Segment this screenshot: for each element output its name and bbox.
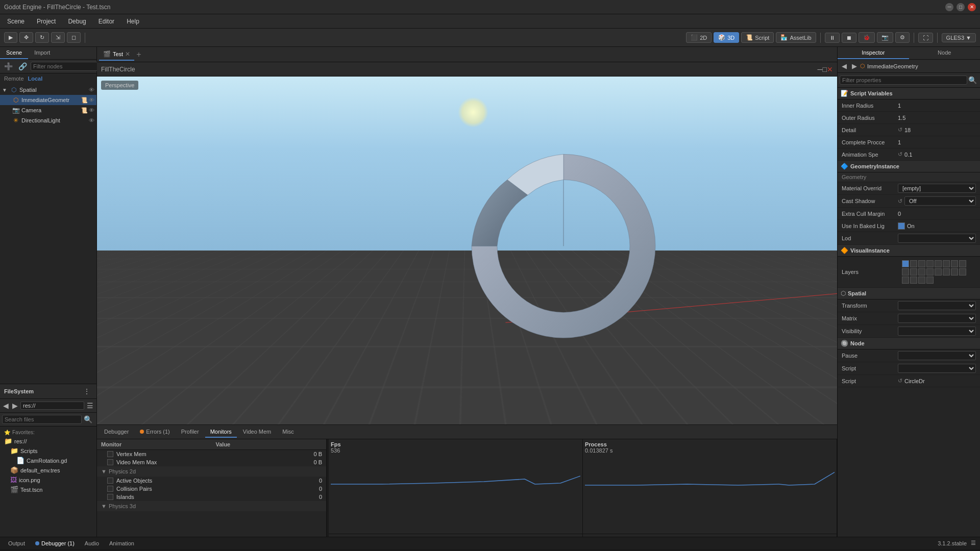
menu-project[interactable]: Project <box>34 17 59 26</box>
layer-cell-2[interactable] <box>910 260 917 267</box>
layer-cell-1[interactable] <box>902 260 909 267</box>
lod-dropdown[interactable] <box>898 234 976 243</box>
video-mem-max-checkbox[interactable] <box>107 459 113 465</box>
status-tab-animation[interactable]: Animation <box>105 539 138 547</box>
viewport-close-btn[interactable]: ✕ <box>827 65 833 73</box>
tree-item-directional-light[interactable]: ✳ DirectionalLight 👁 <box>0 115 96 126</box>
layer-cell-16[interactable] <box>959 268 966 276</box>
layer-cell-6[interactable] <box>943 260 950 267</box>
tree-item-spatial[interactable]: ▼ ⬡ Spatial 👁 <box>0 85 96 95</box>
script-variables-section-header[interactable]: 📝 Script Variables <box>838 88 980 99</box>
fs-search-button[interactable]: 🔍 <box>82 414 94 424</box>
layer-cell-14[interactable] <box>943 268 950 276</box>
layer-cell-12[interactable] <box>926 268 934 276</box>
inspector-forward-btn[interactable]: ▶ <box>850 61 859 71</box>
layer-cell-5[interactable] <box>935 260 942 267</box>
transform-dropdown[interactable] <box>898 301 976 310</box>
fs-item-camrotation[interactable]: 📄 CamRotation.gd <box>0 456 96 465</box>
link-button[interactable]: 🔗 <box>16 61 29 71</box>
filter-properties-input[interactable] <box>840 76 967 85</box>
play-button[interactable]: ⏸ <box>825 33 840 43</box>
eye-icon-geom[interactable]: 👁 <box>89 97 94 104</box>
layer-cell-7[interactable] <box>951 260 958 267</box>
add-node-button[interactable]: ➕ <box>2 61 15 71</box>
islands-checkbox[interactable] <box>107 494 113 500</box>
fs-layout-button[interactable]: ☰ <box>86 400 94 411</box>
vertex-mem-checkbox[interactable] <box>107 451 113 457</box>
menu-scene[interactable]: Scene <box>4 17 28 26</box>
mode-2d-button[interactable]: ⬛ 2D <box>686 32 712 43</box>
eye-icon-camera[interactable]: 👁 <box>89 107 94 114</box>
tree-item-immediate-geometry[interactable]: ⬡ ImmediateGeometr 📜 👁 <box>0 95 96 105</box>
active-objects-checkbox[interactable] <box>107 478 113 484</box>
script-link-icon[interactable]: 📜 <box>81 97 88 104</box>
tab-profiler[interactable]: Profiler <box>176 427 204 438</box>
fs-item-default-env[interactable]: 📦 default_env.tres <box>0 465 96 475</box>
status-tab-audio[interactable]: Audio <box>81 539 103 547</box>
minimize-button[interactable]: ─ <box>945 3 953 11</box>
select-tool-button[interactable]: ▶ <box>4 32 17 43</box>
physics-3d-section[interactable]: ▼ Physics 3d <box>97 501 326 511</box>
layer-cell-18[interactable] <box>910 277 917 284</box>
pause-dropdown[interactable] <box>898 351 976 360</box>
tab-node[interactable]: Node <box>909 47 981 59</box>
stop-button[interactable]: ⏹ <box>842 33 856 43</box>
transform-tool-button[interactable]: ◻ <box>67 32 81 43</box>
script-reset-btn[interactable]: ↺ <box>898 378 902 384</box>
layer-cell-4[interactable] <box>926 260 934 267</box>
physics-2d-section[interactable]: ▼ Physics 2d <box>97 466 326 477</box>
move-tool-button[interactable]: ✥ <box>19 32 33 43</box>
layer-cell-9[interactable] <box>902 268 909 276</box>
layer-cell-20[interactable] <box>926 277 934 284</box>
viewport-tab-close[interactable]: ✕ <box>125 51 130 58</box>
layer-cell-17[interactable] <box>902 277 909 284</box>
tab-inspector[interactable]: Inspector <box>838 47 909 59</box>
visibility-dropdown[interactable] <box>898 327 976 336</box>
viewport-maximize-btn[interactable]: □ <box>823 65 827 73</box>
tab-scene[interactable]: Scene <box>0 47 28 59</box>
layer-cell-11[interactable] <box>918 268 925 276</box>
scale-tool-button[interactable]: ⇲ <box>51 32 65 43</box>
close-button[interactable]: ✕ <box>968 3 976 11</box>
filter-nodes-input[interactable] <box>31 62 106 71</box>
tab-misc[interactable]: Misc <box>277 427 299 438</box>
visual-instance-header[interactable]: 🔶 VisualInstance <box>838 245 980 257</box>
expand-button[interactable]: ⛶ <box>918 33 933 43</box>
spatial-section-header[interactable]: ⬡ Spatial <box>838 288 980 299</box>
use-in-baked-lig-checkbox[interactable] <box>898 222 905 230</box>
tab-monitors[interactable]: Monitors <box>205 427 237 438</box>
menu-editor[interactable]: Editor <box>95 17 117 26</box>
fs-item-test-tscn[interactable]: 🎬 Test.tscn <box>0 485 96 494</box>
script-button[interactable]: 📜 Script <box>741 32 774 43</box>
viewport-tab-test[interactable]: 🎬 Test ✕ <box>99 48 134 61</box>
node-section-header[interactable]: 🔘 Node <box>838 338 980 349</box>
gles-badge[interactable]: GLES3 ▼ <box>942 33 976 42</box>
perspective-label[interactable]: Perspective <box>101 81 138 90</box>
tree-item-camera[interactable]: 📷 Camera 📜 👁 <box>0 105 96 115</box>
script-link-icon-cam[interactable]: 📜 <box>81 107 88 114</box>
viewport-minimize-btn[interactable]: ─ <box>818 65 823 73</box>
layer-cell-3[interactable] <box>918 260 925 267</box>
status-list-button[interactable]: ☰ <box>971 540 976 546</box>
viewport-3d[interactable]: Perspective <box>97 77 837 424</box>
rotate-tool-button[interactable]: ↻ <box>35 32 49 43</box>
tab-import[interactable]: Import <box>28 47 56 59</box>
fs-search-input[interactable] <box>2 415 82 424</box>
fs-forward-button[interactable]: ▶ <box>11 400 19 411</box>
fs-settings-button[interactable]: ⋮ <box>81 386 92 396</box>
status-tab-debugger[interactable]: Debugger (1) <box>31 539 79 547</box>
tab-errors[interactable]: Errors (1) <box>135 427 175 438</box>
geometry-instance-header[interactable]: 🔷 GeometryInstance <box>838 161 980 172</box>
menu-debug[interactable]: Debug <box>65 17 89 26</box>
animation-speed-reset-btn[interactable]: ↺ <box>898 151 902 158</box>
script-dropdown[interactable] <box>898 364 976 373</box>
maximize-button[interactable]: □ <box>957 3 965 11</box>
eye-icon-spatial[interactable]: 👁 <box>89 87 94 93</box>
assetlib-button[interactable]: 🏪 AssetLib <box>776 32 816 43</box>
add-tab-button[interactable]: + <box>134 50 143 59</box>
camera-button[interactable]: 📷 <box>877 32 893 43</box>
layer-cell-13[interactable] <box>935 268 942 276</box>
debug-button[interactable]: 🐞 <box>859 32 875 43</box>
layer-cell-19[interactable] <box>918 277 925 284</box>
mode-3d-button[interactable]: 🎲 3D <box>714 32 739 43</box>
